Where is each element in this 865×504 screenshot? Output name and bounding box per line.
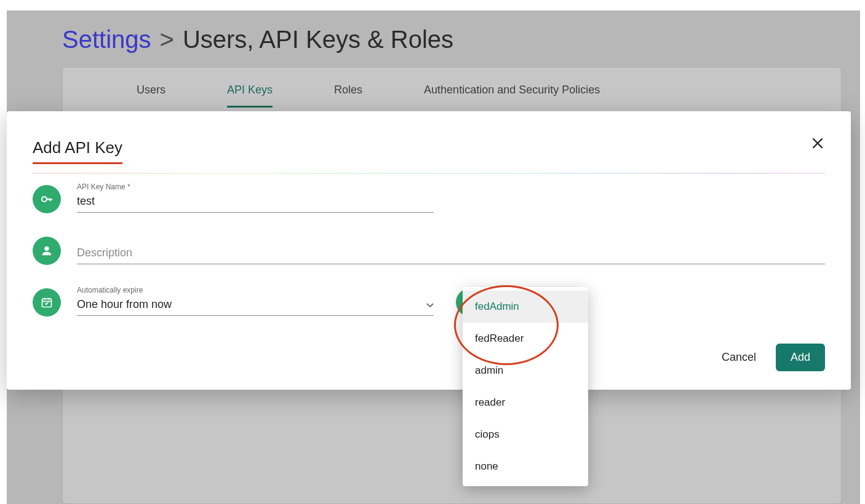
label-api-key-name: API Key Name * — [77, 183, 130, 191]
row-api-key-name: API Key Name * — [33, 183, 825, 213]
role-option-ciops[interactable]: ciops — [463, 419, 588, 451]
cancel-button[interactable]: Cancel — [719, 345, 759, 370]
close-icon[interactable] — [810, 136, 825, 153]
person-icon — [33, 237, 61, 265]
add-button[interactable]: Add — [776, 344, 825, 371]
input-api-key-name[interactable] — [77, 191, 434, 213]
breadcrumb-current: Users, API Keys & Roles — [183, 26, 453, 53]
svg-point-0 — [42, 197, 47, 202]
svg-rect-5 — [42, 299, 52, 307]
global-role-dropdown: fedAdmin fedReader admin reader ciops no… — [463, 287, 588, 486]
modal-actions: Cancel Add — [33, 344, 825, 371]
role-option-reader[interactable]: reader — [463, 387, 588, 419]
tab-label: Roles — [334, 84, 362, 96]
select-expire-value: One hour from now — [77, 294, 434, 316]
key-icon — [33, 185, 61, 213]
breadcrumb-separator: > — [160, 26, 174, 53]
role-option-fedreader[interactable]: fedReader — [463, 323, 588, 355]
row-expire-role: Automatically expire One hour from now G… — [33, 286, 825, 317]
add-api-key-modal: Add API Key API Key Name * — [7, 111, 851, 390]
row-description — [33, 234, 825, 265]
calendar-icon — [33, 288, 61, 317]
tab-label: Users — [137, 84, 165, 96]
input-description[interactable] — [77, 243, 825, 264]
tab-bar: Users API Keys Roles Authentication and … — [63, 68, 841, 106]
svg-point-4 — [44, 246, 49, 251]
role-option-admin[interactable]: admin — [463, 355, 588, 387]
tab-auth-policies[interactable]: Authentication and Security Policies — [393, 68, 631, 106]
breadcrumb: Settings > Users, API Keys & Roles — [62, 26, 453, 53]
role-option-fedadmin[interactable]: fedAdmin — [463, 291, 588, 323]
field-expire[interactable]: Automatically expire One hour from now — [77, 286, 434, 316]
tab-label: Authentication and Security Policies — [424, 84, 600, 96]
tab-roles[interactable]: Roles — [303, 68, 393, 106]
tab-label: API Keys — [227, 84, 273, 96]
breadcrumb-settings-link[interactable]: Settings — [62, 26, 151, 53]
label-expire: Automatically expire — [77, 286, 143, 294]
tab-underline — [227, 106, 273, 108]
tab-api-keys[interactable]: API Keys — [196, 68, 303, 106]
role-option-none[interactable]: none — [463, 451, 588, 482]
rainbow-divider — [33, 173, 825, 174]
tab-users[interactable]: Users — [106, 68, 196, 106]
modal-title: Add API Key — [33, 138, 122, 164]
field-api-key-name: API Key Name * — [77, 183, 434, 213]
field-description — [77, 234, 825, 264]
